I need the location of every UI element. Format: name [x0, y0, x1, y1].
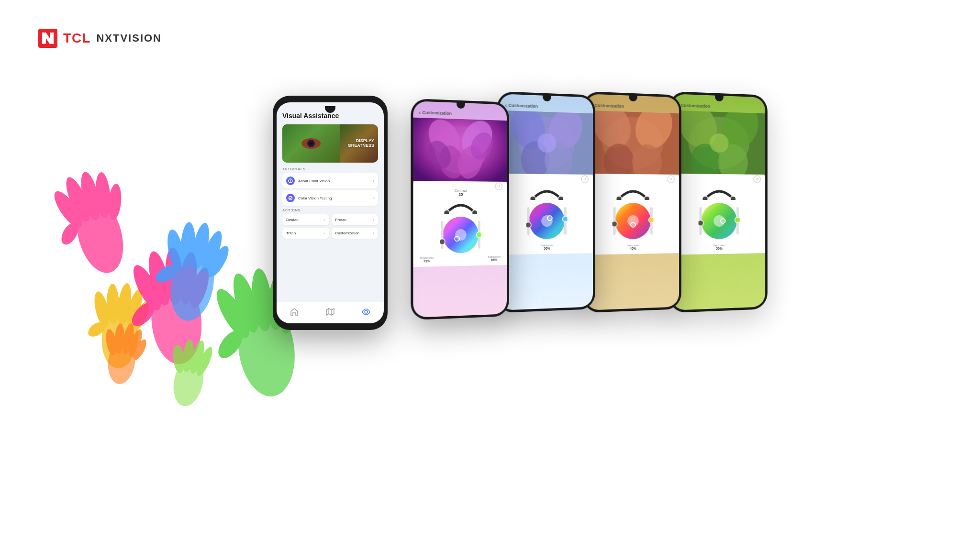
- deutan-arrow: ›: [324, 218, 325, 222]
- svg-point-57: [444, 210, 450, 214]
- svg-point-114: [735, 217, 740, 223]
- tcl-n-logo: [38, 29, 57, 48]
- contrast-arc-warm: [614, 183, 652, 200]
- color-wheel-warm: [612, 200, 654, 242]
- phone-green-body: ‹ Customization ↺: [669, 91, 767, 313]
- back-arrow-purple: ‹: [419, 110, 421, 115]
- color-wheel-blue: [526, 200, 568, 242]
- reset-icon-warm[interactable]: ↺: [667, 176, 674, 183]
- saturation-value-purple: 66%: [488, 258, 501, 261]
- eye-decoration: [301, 138, 321, 149]
- nav-home-icon[interactable]: [290, 308, 299, 318]
- tcl-brand-label: TCL: [63, 31, 90, 46]
- nav-map-icon[interactable]: [326, 308, 334, 318]
- bottom-navigation: [277, 302, 384, 323]
- flower-blue-svg: [499, 110, 593, 175]
- protan-button[interactable]: Protan ›: [332, 214, 379, 225]
- customization-header-blue: Customization: [508, 103, 538, 109]
- about-color-vision-item[interactable]: About Color Vision ›: [282, 173, 378, 188]
- deutan-button[interactable]: Deutan ›: [282, 214, 329, 225]
- svg-rect-80: [527, 207, 530, 235]
- customization-arrow: ›: [373, 231, 374, 235]
- brightness-stat: Brightness 73%: [420, 256, 434, 263]
- hero-background: DISPLAYGREATNESS: [282, 124, 378, 163]
- eye-iris: [309, 142, 313, 145]
- tritan-arrow: ›: [324, 231, 325, 235]
- reset-icon-blue[interactable]: ↺: [581, 176, 588, 183]
- header: TCL NXTVISION: [38, 29, 162, 48]
- svg-point-82: [526, 222, 531, 228]
- color-vision-testing-icon: [286, 194, 295, 202]
- svg-point-113: [699, 220, 703, 226]
- reset-icon-green[interactable]: ↺: [753, 176, 760, 183]
- phone-warm-notch: [629, 96, 637, 102]
- actions-grid: Deutan › Protan › Tritan › Customization…: [282, 214, 378, 239]
- flower-purple: [413, 118, 507, 182]
- svg-point-58: [472, 210, 478, 214]
- phone-blue-notch: [543, 96, 551, 102]
- contrast-arc-blue: [528, 183, 566, 200]
- phone-purple: ‹ Customization ↺ Contrast: [411, 100, 511, 318]
- phone-green: ‹ Customization ↺: [669, 93, 769, 311]
- customization-label: Customization: [335, 231, 360, 235]
- svg-point-106: [702, 196, 708, 200]
- deutan-label: Deutan: [286, 218, 299, 222]
- phone-green-notch: [715, 96, 724, 102]
- phone-main-body: Visual Assistance DISPLAYG: [273, 96, 388, 330]
- saturation-value-green: 50%: [713, 247, 726, 250]
- flower-green: [671, 110, 765, 175]
- color-vision-testing-item[interactable]: Color Vision Testing ›: [282, 190, 378, 206]
- customization-button[interactable]: Customization ›: [332, 228, 379, 239]
- color-wheel-green: [699, 200, 740, 242]
- tritan-label: Tritan: [286, 231, 296, 235]
- phone-blue-body: ‹ Customization ↺: [497, 91, 595, 313]
- about-color-vision-icon: [286, 176, 295, 185]
- svg-point-91: [644, 196, 650, 200]
- reset-icon-purple[interactable]: ↺: [495, 183, 502, 190]
- customization-header-purple: Customization: [422, 110, 452, 116]
- app-content: Visual Assistance DISPLAYG: [277, 102, 384, 323]
- hero-text-area: DISPLAYGREATNESS: [348, 139, 374, 148]
- flower-warm-svg: [585, 110, 679, 175]
- phone-purple-notch: [457, 103, 465, 109]
- svg-point-49: [365, 310, 368, 313]
- svg-point-109: [713, 215, 724, 227]
- phone-purple-screen: ‹ Customization ↺ Contrast: [413, 101, 507, 318]
- phone-purple-body: ‹ Customization ↺ Contrast: [411, 99, 509, 320]
- svg-point-90: [616, 196, 622, 200]
- phone-blue: ‹ Customization ↺: [497, 93, 597, 311]
- tritan-button[interactable]: Tritan ›: [282, 228, 329, 239]
- phone-blue-screen: ‹ Customization ↺: [499, 94, 593, 310]
- nav-eye-icon[interactable]: [362, 308, 370, 318]
- phone-green-screen: ‹ Customization ↺: [671, 94, 765, 310]
- hero-text: DISPLAYGREATNESS: [348, 139, 374, 148]
- nxtvision-label: NXTVISION: [96, 32, 162, 44]
- color-wheel-area-blue: ↺: [499, 171, 593, 255]
- saturation-stat-blue: Saturation 50%: [541, 244, 554, 250]
- contrast-arc-purple: [442, 197, 479, 214]
- flower-purple-svg: [413, 118, 507, 182]
- color-vision-testing-arrow: ›: [373, 196, 374, 200]
- svg-point-75: [530, 196, 536, 200]
- phone-warm: ‹ Customization ↺: [583, 93, 683, 311]
- flower-warm: [585, 110, 679, 175]
- hero-banner: DISPLAYGREATNESS: [282, 124, 378, 163]
- actions-section-label: ACTIONS: [282, 209, 378, 212]
- color-wheel-area-purple: ↺ Contrast 25: [413, 178, 507, 267]
- phone-main-screen: Visual Assistance DISPLAYG: [277, 102, 384, 323]
- about-color-vision-arrow: ›: [373, 179, 374, 183]
- brightness-value: 73%: [420, 259, 434, 263]
- stats-row-purple: Brightness 73% Saturation 66%: [418, 255, 502, 263]
- saturation-value-warm: 45%: [627, 247, 640, 250]
- phone-warm-body: ‹ Customization ↺: [583, 91, 681, 313]
- color-wheel-area-green: ↺: [671, 171, 765, 255]
- handprints-decoration: [29, 96, 306, 440]
- app-title: Visual Assistance: [282, 112, 378, 120]
- protan-label: Protan: [335, 218, 347, 222]
- flower-blue: [499, 110, 593, 175]
- customization-header-green: Customization: [680, 103, 710, 109]
- contrast-arc-green: [701, 183, 738, 200]
- contrast-value-purple: 25: [459, 192, 463, 197]
- color-wheel-purple: [440, 214, 481, 256]
- hero-image-left: [282, 124, 340, 163]
